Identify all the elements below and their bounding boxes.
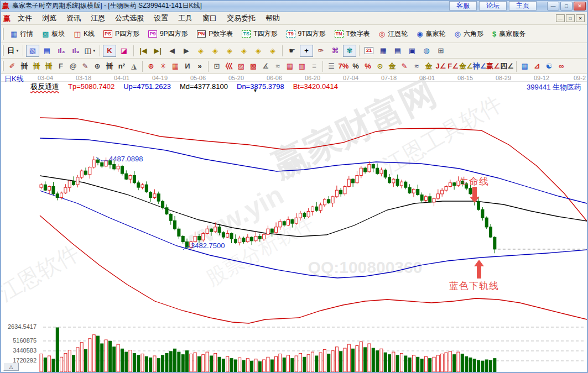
quotes-button[interactable]: ▦行情: [6, 28, 38, 40]
menu-item-帮助[interactable]: 帮助: [261, 13, 285, 23]
pct-line-tool[interactable]: %: [362, 61, 374, 72]
close-button[interactable]: ✕: [574, 2, 586, 10]
toolbar-grip[interactable]: [2, 28, 4, 40]
circle-spiral-tool[interactable]: ⊕: [91, 61, 103, 72]
color-grid-tool[interactable]: ▦: [519, 61, 531, 72]
mdi-minimize-button[interactable]: —: [556, 14, 565, 22]
menu-item-窗口[interactable]: 窗口: [197, 13, 222, 23]
gann-diamond-right-button[interactable]: ◈: [209, 45, 222, 57]
ying-angle-tool[interactable]: 赢∠: [486, 61, 500, 72]
gold-grid2-tool[interactable]: 卌: [43, 61, 55, 72]
zoom-region-button[interactable]: ▧: [26, 45, 39, 57]
kline-plot[interactable]: [0, 74, 588, 373]
hand-button[interactable]: ☛: [285, 45, 299, 57]
n2-tool[interactable]: n²: [116, 61, 128, 72]
red-grid-tool[interactable]: ▦: [284, 61, 296, 72]
grid2-tool[interactable]: 卌: [103, 61, 116, 72]
info-panel-button[interactable]: ▤: [40, 45, 54, 57]
red-grid2-tool[interactable]: ▥: [296, 61, 308, 72]
wave-tool[interactable]: ≈: [410, 61, 423, 72]
measure-button[interactable]: ✑: [314, 45, 327, 57]
t9-square-button[interactable]: T99T四方形: [282, 28, 330, 40]
pen-ruler-tool[interactable]: ✎: [79, 61, 91, 72]
gold-grid-tool[interactable]: 卌: [30, 61, 43, 72]
gann-diamond-all-button[interactable]: ◈: [266, 45, 279, 57]
export-button[interactable]: ⊞: [434, 45, 447, 57]
brain-button[interactable]: ✾: [343, 45, 356, 57]
p-number-button[interactable]: PNP数字表: [192, 28, 238, 40]
menu-item-工具[interactable]: 工具: [173, 13, 197, 23]
gann-diamond-left-button[interactable]: ◈: [194, 45, 207, 57]
period-day-button[interactable]: 日▼: [7, 45, 20, 57]
infinity-tool[interactable]: ∞: [555, 61, 568, 72]
t-square-button[interactable]: TST四方形: [237, 28, 282, 40]
gann-tool-button[interactable]: ⌘: [329, 45, 342, 57]
spiral-tool[interactable]: @: [67, 61, 79, 72]
k-chart-button[interactable]: K: [103, 45, 116, 57]
service-button[interactable]: 客服: [449, 1, 477, 10]
web-tool[interactable]: ✳: [157, 61, 169, 72]
homepage-button[interactable]: 主页: [509, 1, 537, 10]
fan-box-tool[interactable]: ▨: [235, 61, 247, 72]
winner-service-button[interactable]: $赢家服务: [488, 28, 530, 40]
hexagon-button[interactable]: ◎六角形: [450, 28, 488, 40]
menu-item-资讯[interactable]: 资讯: [61, 13, 86, 23]
p-square-button[interactable]: PSP四方形: [99, 28, 144, 40]
prev-button[interactable]: ◀: [165, 45, 179, 57]
t-number-button[interactable]: TNT数字表: [330, 28, 374, 40]
menu-item-江恩[interactable]: 江恩: [86, 13, 110, 23]
gold-circle-tool[interactable]: ⊙: [374, 61, 386, 72]
gold-line-tool[interactable]: 金: [423, 61, 435, 72]
chart-area[interactable]: 赢家财富网www.yinQQ:100800360江恩软件股票分析软件江恩工具软件…: [0, 74, 588, 373]
bars-3-button[interactable]: ıl₃: [55, 45, 68, 57]
gann-wheel-button[interactable]: ◎江恩轮: [374, 28, 412, 40]
zigzag-tool[interactable]: ≈: [272, 61, 284, 72]
bars-9-button[interactable]: ıl₉: [69, 45, 82, 57]
f-grid-tool[interactable]: F: [55, 61, 67, 72]
notes-button[interactable]: ▤: [391, 45, 404, 57]
save-button[interactable]: ▣: [405, 45, 419, 57]
sectors-button[interactable]: ▩板块: [38, 28, 69, 40]
forum-button[interactable]: 论坛: [479, 1, 507, 10]
menu-item-设置[interactable]: 设置: [149, 13, 173, 23]
menu-item-浏览[interactable]: 浏览: [37, 13, 61, 23]
lines-tool[interactable]: ≡: [308, 61, 320, 72]
price-list-tool[interactable]: ☰: [325, 61, 337, 72]
pen-flag-tool[interactable]: ✎: [398, 61, 410, 72]
last-page-button[interactable]: ▶|: [151, 45, 164, 57]
menu-item-交易委托[interactable]: 交易委托: [222, 13, 261, 23]
color-chart-button[interactable]: ◪: [117, 45, 131, 57]
mdi-restore-button[interactable]: □: [566, 14, 575, 22]
fan-tool[interactable]: 巛: [223, 61, 235, 72]
minimize-button[interactable]: —: [547, 2, 559, 10]
j-angle-tool[interactable]: J∠: [435, 61, 447, 72]
crosshair-button[interactable]: +: [300, 45, 313, 57]
mdi-close-button[interactable]: ✕: [576, 14, 585, 22]
gold-lines-tool[interactable]: 金: [386, 61, 398, 72]
target-tool[interactable]: ⊕: [145, 61, 157, 72]
box-tool[interactable]: ⊡: [211, 61, 223, 72]
f-angle-tool[interactable]: F∠: [447, 61, 459, 72]
toolbar-grip[interactable]: [2, 45, 4, 56]
menu-item-文件[interactable]: 文件: [13, 13, 37, 23]
calendar-button[interactable]: 21: [362, 45, 376, 57]
web-button[interactable]: ◍: [420, 45, 433, 57]
expand-pane-button[interactable]: △: [3, 363, 19, 371]
more-tools[interactable]: »: [194, 61, 206, 72]
grid-tool[interactable]: 卌: [18, 61, 30, 72]
gold-angle-tool[interactable]: 金∠: [459, 61, 473, 72]
wave-count-tool[interactable]: И: [181, 61, 194, 72]
winner-wheel-button[interactable]: ◉赢家轮: [412, 28, 450, 40]
pct-tool[interactable]: %: [350, 61, 362, 72]
mini-chart-tool[interactable]: ⊿: [531, 61, 543, 72]
gann-diamond-x-button[interactable]: ◈: [237, 45, 251, 57]
menu-item-公式选股[interactable]: 公式选股: [110, 13, 149, 23]
restore-button[interactable]: □: [560, 2, 573, 10]
kline-button[interactable]: ◫K线: [70, 28, 99, 40]
gann-diamond-v-button[interactable]: ◈: [252, 45, 265, 57]
first-page-button[interactable]: |◀: [137, 45, 150, 57]
candle-style-button[interactable]: ◫▼: [84, 45, 97, 57]
gann-diamond-h-button[interactable]: ◈: [223, 45, 236, 57]
angle-tool[interactable]: ◮: [128, 61, 140, 72]
next-button[interactable]: ▶: [180, 45, 193, 57]
